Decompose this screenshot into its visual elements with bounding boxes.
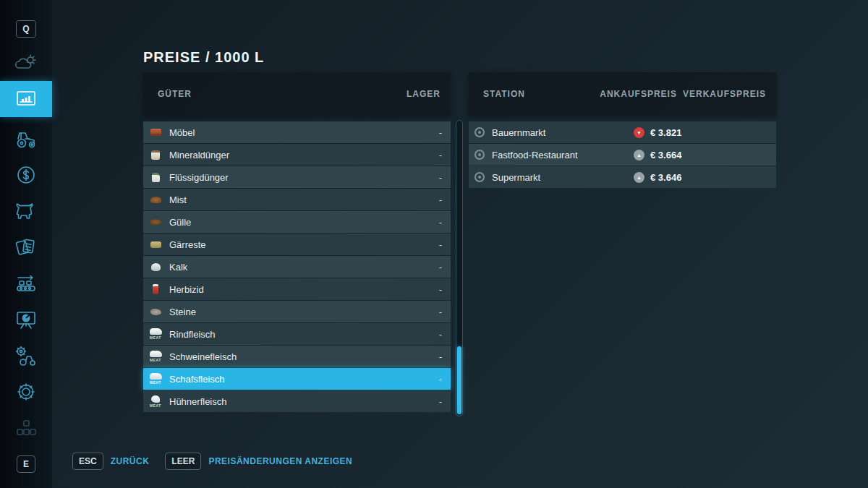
goods-scrollbar-thumb[interactable] bbox=[457, 346, 461, 414]
goods-table-header: GÜTER LAGER bbox=[143, 72, 451, 116]
weather-icon bbox=[15, 53, 37, 74]
e-key-badge: E bbox=[17, 455, 35, 473]
sidebar-item-production[interactable] bbox=[0, 267, 52, 299]
price-trend-up-icon bbox=[634, 150, 644, 160]
goods-column-header: GÜTER bbox=[158, 89, 192, 99]
key-hint-e: E bbox=[0, 448, 52, 480]
station-row-supermarkt[interactable]: Supermarkt € 3.646 bbox=[469, 166, 776, 188]
chicken-icon: MEAT bbox=[148, 392, 163, 411]
sell-point-icon bbox=[475, 150, 485, 160]
sell-price-column-header: VERKAUFSPREIS bbox=[683, 89, 766, 99]
lime-icon bbox=[148, 257, 163, 276]
goods-row-moebel[interactable]: Möbel - bbox=[143, 121, 451, 143]
goods-list: Möbel - Mineraldünger - Flüssigdünger - … bbox=[143, 121, 451, 413]
buy-price-column-header: ANKAUFSPREIS bbox=[600, 89, 677, 99]
price-trend-down-icon bbox=[634, 127, 644, 138]
herbicide-icon bbox=[148, 280, 163, 299]
footer-hints: ESC ZURÜCK LEER PREISÄNDERUNGEN ANZEIGEN bbox=[72, 453, 352, 470]
sidebar-item-fields[interactable] bbox=[0, 231, 52, 263]
esc-key-badge: ESC bbox=[72, 453, 103, 470]
show-price-changes-button[interactable]: LEER PREISÄNDERUNGEN ANZEIGEN bbox=[165, 453, 352, 470]
sidebar-item-settings[interactable] bbox=[0, 376, 52, 408]
back-button[interactable]: ESC ZURÜCK bbox=[72, 453, 149, 470]
key-hint-q: Q bbox=[0, 13, 52, 45]
beef-icon: MEAT bbox=[148, 325, 163, 343]
prices-chart-icon bbox=[15, 90, 37, 108]
garage-icon bbox=[14, 345, 38, 367]
q-key-badge: Q bbox=[16, 20, 35, 38]
finances-icon bbox=[16, 165, 36, 185]
goods-row-guelle[interactable]: Gülle - bbox=[143, 211, 451, 233]
sidebar-item-statistics[interactable] bbox=[0, 304, 52, 335]
sidebar-item-vehicles[interactable] bbox=[0, 123, 52, 155]
buy-price-value: € 3.664 bbox=[650, 150, 681, 160]
sidebar: Q bbox=[0, 0, 52, 488]
buy-price-value: € 3.646 bbox=[650, 172, 681, 183]
animals-icon bbox=[14, 202, 38, 221]
sell-point-icon bbox=[475, 172, 485, 182]
tractor-icon bbox=[14, 129, 38, 149]
station-list: Bauernmarkt € 3.821 Fastfood-Restaurant … bbox=[469, 121, 776, 189]
settings-icon bbox=[15, 381, 37, 403]
station-row-fastfood-restaurant[interactable]: Fastfood-Restaurant € 3.664 bbox=[469, 144, 776, 166]
goods-row-mineralduenger[interactable]: Mineraldünger - bbox=[143, 144, 451, 166]
sidebar-item-garage[interactable] bbox=[0, 340, 52, 372]
station-column-header: STATION bbox=[483, 89, 525, 99]
space-key-badge: LEER bbox=[165, 453, 201, 470]
manure-icon bbox=[148, 190, 163, 209]
sell-point-icon bbox=[475, 127, 485, 137]
goods-row-mist[interactable]: Mist - bbox=[143, 189, 451, 210]
sidebar-item-animals[interactable] bbox=[0, 195, 52, 227]
goods-row-rindfleisch[interactable]: MEAT Rindfleisch - bbox=[143, 323, 451, 345]
slurry-icon bbox=[148, 213, 163, 231]
furniture-icon bbox=[148, 123, 163, 142]
goods-row-schweinefleisch[interactable]: MEAT Schweinefleisch - bbox=[143, 346, 451, 367]
sidebar-item-construction[interactable] bbox=[0, 412, 52, 444]
construction-icon bbox=[15, 419, 37, 437]
sidebar-item-finances[interactable] bbox=[0, 159, 52, 191]
mutton-icon: MEAT bbox=[148, 369, 163, 388]
back-label: ZURÜCK bbox=[111, 456, 150, 466]
price-trend-up-icon bbox=[634, 172, 644, 183]
price-changes-label: PREISÄNDERUNGEN ANZEIGEN bbox=[208, 456, 352, 466]
liquid-fertilizer-icon bbox=[148, 168, 163, 187]
sidebar-item-weather[interactable] bbox=[0, 48, 52, 80]
buy-price-value: € 3.821 bbox=[650, 127, 681, 138]
goods-row-herbizid[interactable]: Herbizid - bbox=[143, 278, 451, 300]
goods-row-steine[interactable]: Steine - bbox=[143, 301, 451, 322]
goods-row-kalk[interactable]: Kalk - bbox=[143, 256, 451, 278]
fields-icon bbox=[15, 237, 37, 257]
statistics-icon bbox=[15, 309, 37, 330]
sidebar-item-prices-selected[interactable] bbox=[0, 81, 52, 117]
station-row-bauernmarkt[interactable]: Bauernmarkt € 3.821 bbox=[469, 121, 776, 143]
goods-row-huehnerfleisch[interactable]: MEAT Hühnerfleisch - bbox=[143, 390, 451, 412]
station-table-header: STATION ANKAUFSPREIS VERKAUFSPREIS bbox=[469, 72, 776, 116]
pork-icon: MEAT bbox=[148, 347, 163, 366]
production-icon bbox=[14, 273, 38, 294]
goods-scrollbar[interactable] bbox=[456, 120, 463, 416]
mineral-fertilizer-icon bbox=[148, 145, 163, 164]
goods-row-fluessigduenger[interactable]: Flüssigdünger - bbox=[143, 166, 451, 188]
page-title: PREISE / 1000 L bbox=[143, 49, 264, 66]
storage-column-header: LAGER bbox=[407, 89, 441, 99]
stones-icon bbox=[148, 302, 163, 321]
goods-row-gaerreste[interactable]: Gärreste - bbox=[143, 234, 451, 255]
digestate-icon bbox=[148, 235, 163, 254]
goods-row-schafsfleisch-selected[interactable]: MEAT Schafsfleisch - bbox=[143, 368, 451, 390]
